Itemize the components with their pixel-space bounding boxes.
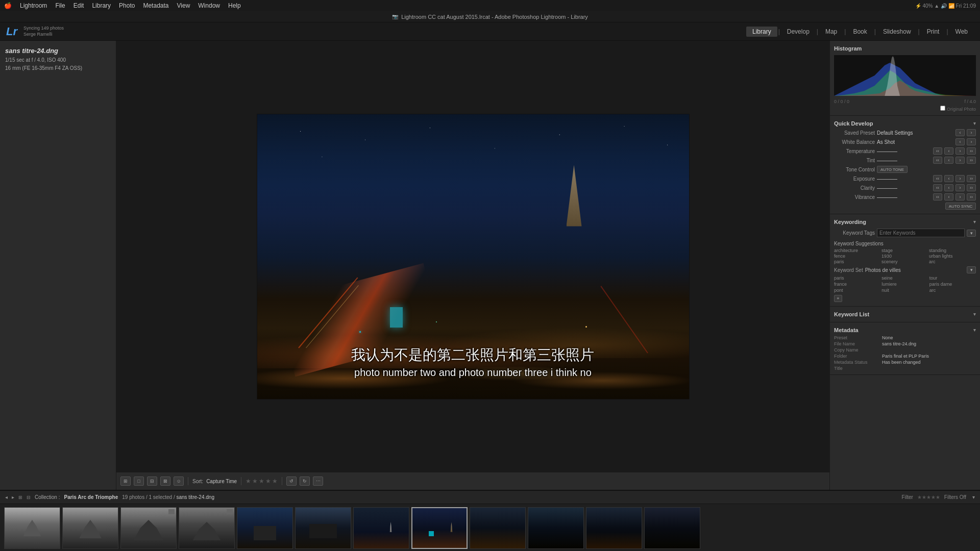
temp-inc-btn[interactable]: ›: [955, 147, 965, 155]
module-book[interactable]: Book: [847, 27, 873, 37]
star-1[interactable]: ★: [246, 478, 251, 485]
thumb-4-flag: [227, 509, 233, 514]
thumb-4[interactable]: [179, 507, 235, 549]
menu-view[interactable]: View: [177, 2, 190, 9]
thumb-1[interactable]: [4, 507, 60, 549]
filmstrip-fit-btn[interactable]: ⊟: [27, 495, 31, 500]
exp-inc-inc-btn[interactable]: ››: [967, 175, 976, 182]
toolbar-sep-2: [241, 477, 241, 485]
temp-dec-btn[interactable]: ‹: [944, 147, 953, 155]
exp-dec-btn[interactable]: ‹: [944, 175, 953, 182]
tint-dec-dec-btn[interactable]: ‹‹: [933, 157, 942, 164]
people-view-btn[interactable]: ☺: [174, 477, 184, 486]
module-library[interactable]: Library: [746, 27, 777, 37]
collection-name[interactable]: Paris Arc de Triomphe: [64, 494, 118, 500]
more-options-btn[interactable]: ⋯: [313, 477, 323, 486]
add-keyword-row: +: [834, 294, 976, 303]
metadata-header[interactable]: Metadata ▾: [834, 325, 976, 335]
thumb-5[interactable]: [237, 507, 293, 549]
histogram-header[interactable]: Histogram: [834, 44, 976, 53]
metadata-preset-row: Preset None: [834, 335, 976, 341]
rotate-ccw-btn[interactable]: ↺: [286, 477, 297, 486]
menu-metadata[interactable]: Metadata: [143, 2, 168, 9]
qd-tint-row: Tint ———— ‹‹ ‹ › ››: [834, 156, 976, 165]
module-slideshow[interactable]: Slideshow: [877, 27, 917, 37]
thumb-6[interactable]: [295, 507, 351, 549]
menu-window[interactable]: Window: [198, 2, 220, 9]
filmstrip-expand-btn[interactable]: ⊞: [18, 495, 22, 500]
star-4[interactable]: ★: [265, 478, 271, 485]
module-web[interactable]: Web: [949, 27, 974, 37]
exp-dec-dec-btn[interactable]: ‹‹: [933, 175, 942, 182]
auto-tone-btn[interactable]: AUTO TONE: [877, 166, 908, 173]
vibrance-dec-btn[interactable]: ‹: [944, 193, 953, 201]
module-map[interactable]: Map: [819, 27, 843, 37]
star-5[interactable]: ★: [272, 478, 278, 485]
clarity-dec-btn[interactable]: ‹: [944, 184, 953, 191]
thumb-7[interactable]: [353, 507, 409, 549]
thumb-10[interactable]: [528, 507, 584, 549]
menu-library[interactable]: Library: [92, 2, 111, 9]
tint-inc-btn[interactable]: ›: [955, 157, 965, 164]
qd-auto-sync-row: AUTO SYNC: [834, 202, 976, 211]
thumb-11[interactable]: [586, 507, 642, 549]
vibrance-dec-dec-btn[interactable]: ‹‹: [933, 193, 942, 201]
thumb-3[interactable]: [120, 507, 177, 549]
preset-next-btn[interactable]: ›: [967, 129, 976, 136]
star-3[interactable]: ★: [259, 478, 264, 485]
filter-stars: ★★★★★: [917, 494, 940, 500]
thumb-2[interactable]: [62, 507, 118, 549]
menu-photo[interactable]: Photo: [119, 2, 135, 9]
system-status: ⚡ 40% ▲ 🔊 📶 Fri 21:09: [915, 3, 976, 9]
clarity-dec-dec-btn[interactable]: ‹‹: [933, 184, 942, 191]
module-print[interactable]: Print: [921, 27, 946, 37]
filmstrip-nav-next-btn[interactable]: ▸: [12, 494, 14, 500]
tint-inc-inc-btn[interactable]: ››: [967, 157, 976, 164]
qd-clarity-row: Clarity ———— ‹‹ ‹ › ››: [834, 183, 976, 192]
clarity-inc-btn[interactable]: ›: [955, 184, 965, 191]
wb-prev-btn[interactable]: ‹: [955, 138, 965, 145]
keyword-list-header[interactable]: Keyword List ▾: [834, 310, 976, 319]
sync-info: Syncing 149 photos Serge Ramelli: [23, 26, 64, 37]
metadata-filename-row: File Name sans titre-24.dng: [834, 341, 976, 347]
tint-dec-btn[interactable]: ‹: [944, 157, 953, 164]
thumb-12[interactable]: [644, 507, 700, 549]
menu-help[interactable]: Help: [228, 2, 241, 9]
auto-sync-btn[interactable]: AUTO SYNC: [945, 203, 976, 210]
preset-prev-btn[interactable]: ‹: [955, 129, 965, 136]
temp-dec-dec-btn[interactable]: ‹‹: [933, 147, 942, 155]
toolbar-sep-3: [282, 477, 282, 485]
grid-view-btn[interactable]: ⊞: [120, 477, 131, 486]
star-2[interactable]: ★: [252, 478, 258, 485]
module-develop[interactable]: Develop: [781, 27, 816, 37]
filmstrip-end-btn[interactable]: ▾: [972, 494, 975, 500]
wb-next-btn[interactable]: ›: [967, 138, 976, 145]
temp-inc-inc-btn[interactable]: ››: [967, 147, 976, 155]
qd-saved-preset-row: Saved Preset Default Settings ‹ ›: [834, 128, 976, 137]
keyword-set-btn[interactable]: ▾: [967, 266, 976, 273]
original-photo-checkbox[interactable]: [940, 106, 945, 111]
vibrance-inc-inc-btn[interactable]: ››: [967, 193, 976, 201]
rotate-cw-btn[interactable]: ↻: [300, 477, 310, 486]
menu-edit[interactable]: Edit: [74, 2, 84, 9]
filmstrip-nav-prev-btn[interactable]: ◂: [5, 494, 8, 500]
thumb-8-selected[interactable]: [411, 507, 468, 549]
survey-view-btn[interactable]: ⊠: [160, 477, 170, 486]
thumb-9[interactable]: [470, 507, 526, 549]
quick-develop-header[interactable]: Quick Develop ▾: [834, 119, 976, 128]
vibrance-inc-btn[interactable]: ›: [955, 193, 965, 201]
lightroom-logo: Lr: [6, 25, 17, 38]
title-bar: 📷 Lightroom CC cat August 2015.lrcat - A…: [0, 11, 980, 22]
clarity-inc-inc-btn[interactable]: ››: [967, 184, 976, 191]
menu-file[interactable]: File: [55, 2, 65, 9]
keywording-header[interactable]: Keywording ▾: [834, 217, 976, 227]
exp-inc-btn[interactable]: ›: [955, 175, 965, 182]
loupe-view-btn[interactable]: □: [134, 477, 144, 486]
menu-lightroom[interactable]: Lightroom: [20, 2, 47, 9]
keyword-tags-btn[interactable]: ▾: [967, 230, 976, 237]
add-keyword-btn[interactable]: +: [834, 295, 842, 302]
compare-view-btn[interactable]: ⊟: [147, 477, 157, 486]
sort-value[interactable]: Capture Time: [206, 479, 237, 484]
keyword-tags-input[interactable]: [877, 229, 965, 237]
apple-menu-icon[interactable]: 🍎: [4, 2, 12, 9]
